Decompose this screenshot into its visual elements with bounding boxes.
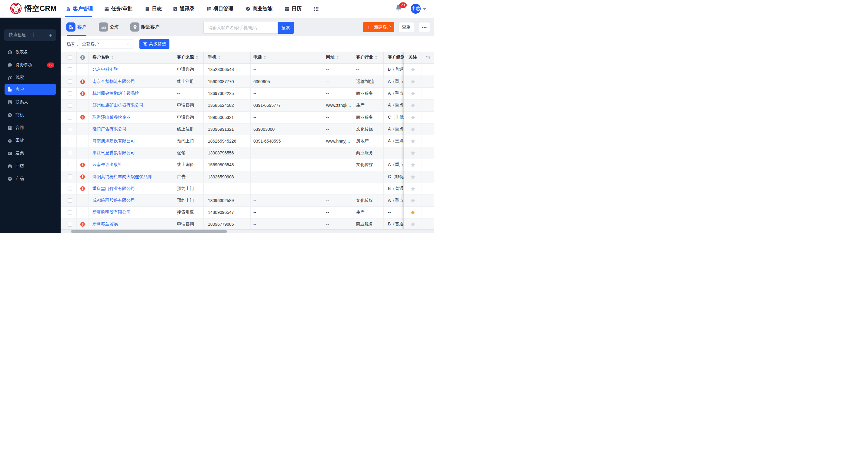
svg-text:$: $	[9, 113, 11, 117]
svg-text:¥: ¥	[9, 140, 10, 142]
